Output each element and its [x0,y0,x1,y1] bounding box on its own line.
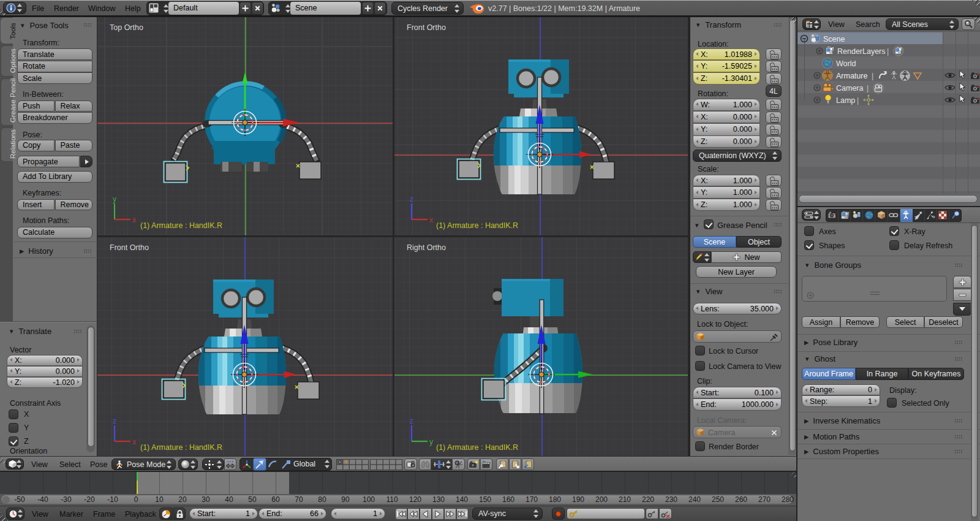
svg-text:z: z [410,196,413,203]
svg-text:z: z [410,418,413,425]
svg-text:y: y [113,196,116,203]
svg-text:y: y [429,438,433,446]
svg-text:z: z [113,418,116,425]
svg-text:x: x [429,216,433,224]
svg-text:x: x [132,216,136,224]
svg-text:x: x [132,438,136,446]
